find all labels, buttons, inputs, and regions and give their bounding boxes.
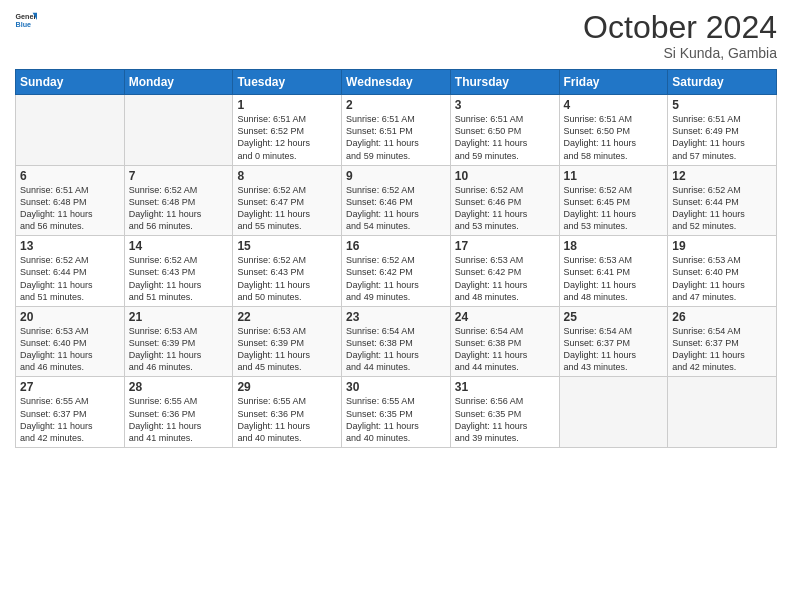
- day-info: Sunrise: 6:55 AM Sunset: 6:36 PM Dayligh…: [129, 395, 229, 444]
- calendar-cell: [559, 377, 668, 448]
- day-number: 10: [455, 169, 555, 183]
- day-info: Sunrise: 6:51 AM Sunset: 6:48 PM Dayligh…: [20, 184, 120, 233]
- day-info: Sunrise: 6:54 AM Sunset: 6:38 PM Dayligh…: [346, 325, 446, 374]
- calendar-cell: 1Sunrise: 6:51 AM Sunset: 6:52 PM Daylig…: [233, 95, 342, 166]
- day-info: Sunrise: 6:51 AM Sunset: 6:50 PM Dayligh…: [455, 113, 555, 162]
- day-number: 23: [346, 310, 446, 324]
- day-number: 6: [20, 169, 120, 183]
- calendar-cell: 12Sunrise: 6:52 AM Sunset: 6:44 PM Dayli…: [668, 165, 777, 236]
- day-number: 16: [346, 239, 446, 253]
- day-number: 11: [564, 169, 664, 183]
- days-header-row: SundayMondayTuesdayWednesdayThursdayFrid…: [16, 70, 777, 95]
- day-info: Sunrise: 6:52 AM Sunset: 6:46 PM Dayligh…: [346, 184, 446, 233]
- calendar-cell: [668, 377, 777, 448]
- day-number: 18: [564, 239, 664, 253]
- day-header-friday: Friday: [559, 70, 668, 95]
- day-number: 24: [455, 310, 555, 324]
- day-number: 14: [129, 239, 229, 253]
- calendar-cell: 28Sunrise: 6:55 AM Sunset: 6:36 PM Dayli…: [124, 377, 233, 448]
- day-info: Sunrise: 6:51 AM Sunset: 6:49 PM Dayligh…: [672, 113, 772, 162]
- calendar-cell: 2Sunrise: 6:51 AM Sunset: 6:51 PM Daylig…: [342, 95, 451, 166]
- calendar-cell: 20Sunrise: 6:53 AM Sunset: 6:40 PM Dayli…: [16, 306, 125, 377]
- day-number: 1: [237, 98, 337, 112]
- day-number: 13: [20, 239, 120, 253]
- day-number: 15: [237, 239, 337, 253]
- day-header-wednesday: Wednesday: [342, 70, 451, 95]
- day-header-saturday: Saturday: [668, 70, 777, 95]
- day-info: Sunrise: 6:52 AM Sunset: 6:47 PM Dayligh…: [237, 184, 337, 233]
- calendar-cell: 29Sunrise: 6:55 AM Sunset: 6:36 PM Dayli…: [233, 377, 342, 448]
- day-number: 20: [20, 310, 120, 324]
- day-info: Sunrise: 6:53 AM Sunset: 6:40 PM Dayligh…: [672, 254, 772, 303]
- day-info: Sunrise: 6:52 AM Sunset: 6:45 PM Dayligh…: [564, 184, 664, 233]
- day-number: 28: [129, 380, 229, 394]
- week-row-1: 1Sunrise: 6:51 AM Sunset: 6:52 PM Daylig…: [16, 95, 777, 166]
- header: General Blue October 2024 Si Kunda, Gamb…: [15, 10, 777, 61]
- logo-icon: General Blue: [15, 10, 37, 32]
- title-block: October 2024 Si Kunda, Gambia: [583, 10, 777, 61]
- calendar-cell: 5Sunrise: 6:51 AM Sunset: 6:49 PM Daylig…: [668, 95, 777, 166]
- calendar-cell: 11Sunrise: 6:52 AM Sunset: 6:45 PM Dayli…: [559, 165, 668, 236]
- day-info: Sunrise: 6:55 AM Sunset: 6:36 PM Dayligh…: [237, 395, 337, 444]
- calendar-cell: 30Sunrise: 6:55 AM Sunset: 6:35 PM Dayli…: [342, 377, 451, 448]
- day-number: 21: [129, 310, 229, 324]
- day-number: 5: [672, 98, 772, 112]
- day-number: 26: [672, 310, 772, 324]
- day-number: 22: [237, 310, 337, 324]
- day-number: 2: [346, 98, 446, 112]
- week-row-2: 6Sunrise: 6:51 AM Sunset: 6:48 PM Daylig…: [16, 165, 777, 236]
- day-info: Sunrise: 6:51 AM Sunset: 6:50 PM Dayligh…: [564, 113, 664, 162]
- day-info: Sunrise: 6:52 AM Sunset: 6:43 PM Dayligh…: [237, 254, 337, 303]
- day-number: 31: [455, 380, 555, 394]
- day-number: 17: [455, 239, 555, 253]
- calendar-cell: 23Sunrise: 6:54 AM Sunset: 6:38 PM Dayli…: [342, 306, 451, 377]
- calendar-cell: 16Sunrise: 6:52 AM Sunset: 6:42 PM Dayli…: [342, 236, 451, 307]
- calendar-cell: 3Sunrise: 6:51 AM Sunset: 6:50 PM Daylig…: [450, 95, 559, 166]
- calendar-cell: 18Sunrise: 6:53 AM Sunset: 6:41 PM Dayli…: [559, 236, 668, 307]
- day-info: Sunrise: 6:52 AM Sunset: 6:42 PM Dayligh…: [346, 254, 446, 303]
- day-info: Sunrise: 6:53 AM Sunset: 6:41 PM Dayligh…: [564, 254, 664, 303]
- day-header-thursday: Thursday: [450, 70, 559, 95]
- day-number: 30: [346, 380, 446, 394]
- calendar-cell: 13Sunrise: 6:52 AM Sunset: 6:44 PM Dayli…: [16, 236, 125, 307]
- svg-text:Blue: Blue: [16, 21, 32, 29]
- day-number: 9: [346, 169, 446, 183]
- calendar-cell: 19Sunrise: 6:53 AM Sunset: 6:40 PM Dayli…: [668, 236, 777, 307]
- day-info: Sunrise: 6:52 AM Sunset: 6:46 PM Dayligh…: [455, 184, 555, 233]
- day-info: Sunrise: 6:52 AM Sunset: 6:44 PM Dayligh…: [672, 184, 772, 233]
- day-number: 27: [20, 380, 120, 394]
- calendar-cell: 17Sunrise: 6:53 AM Sunset: 6:42 PM Dayli…: [450, 236, 559, 307]
- calendar-title: October 2024: [583, 10, 777, 45]
- calendar-cell: 15Sunrise: 6:52 AM Sunset: 6:43 PM Dayli…: [233, 236, 342, 307]
- day-info: Sunrise: 6:53 AM Sunset: 6:42 PM Dayligh…: [455, 254, 555, 303]
- day-info: Sunrise: 6:54 AM Sunset: 6:37 PM Dayligh…: [564, 325, 664, 374]
- day-number: 3: [455, 98, 555, 112]
- day-info: Sunrise: 6:52 AM Sunset: 6:44 PM Dayligh…: [20, 254, 120, 303]
- calendar-cell: 26Sunrise: 6:54 AM Sunset: 6:37 PM Dayli…: [668, 306, 777, 377]
- day-info: Sunrise: 6:55 AM Sunset: 6:37 PM Dayligh…: [20, 395, 120, 444]
- week-row-5: 27Sunrise: 6:55 AM Sunset: 6:37 PM Dayli…: [16, 377, 777, 448]
- day-number: 4: [564, 98, 664, 112]
- calendar-cell: 4Sunrise: 6:51 AM Sunset: 6:50 PM Daylig…: [559, 95, 668, 166]
- day-info: Sunrise: 6:54 AM Sunset: 6:38 PM Dayligh…: [455, 325, 555, 374]
- calendar-cell: 9Sunrise: 6:52 AM Sunset: 6:46 PM Daylig…: [342, 165, 451, 236]
- calendar-cell: 8Sunrise: 6:52 AM Sunset: 6:47 PM Daylig…: [233, 165, 342, 236]
- day-number: 29: [237, 380, 337, 394]
- day-header-tuesday: Tuesday: [233, 70, 342, 95]
- calendar-cell: 7Sunrise: 6:52 AM Sunset: 6:48 PM Daylig…: [124, 165, 233, 236]
- day-info: Sunrise: 6:55 AM Sunset: 6:35 PM Dayligh…: [346, 395, 446, 444]
- day-number: 25: [564, 310, 664, 324]
- calendar-cell: [16, 95, 125, 166]
- calendar-cell: 27Sunrise: 6:55 AM Sunset: 6:37 PM Dayli…: [16, 377, 125, 448]
- day-header-monday: Monday: [124, 70, 233, 95]
- calendar-cell: 21Sunrise: 6:53 AM Sunset: 6:39 PM Dayli…: [124, 306, 233, 377]
- calendar-cell: 25Sunrise: 6:54 AM Sunset: 6:37 PM Dayli…: [559, 306, 668, 377]
- day-number: 12: [672, 169, 772, 183]
- logo: General Blue: [15, 10, 37, 32]
- day-info: Sunrise: 6:53 AM Sunset: 6:39 PM Dayligh…: [237, 325, 337, 374]
- calendar-cell: 31Sunrise: 6:56 AM Sunset: 6:35 PM Dayli…: [450, 377, 559, 448]
- calendar-page: General Blue October 2024 Si Kunda, Gamb…: [0, 0, 792, 612]
- day-header-sunday: Sunday: [16, 70, 125, 95]
- day-number: 19: [672, 239, 772, 253]
- day-info: Sunrise: 6:56 AM Sunset: 6:35 PM Dayligh…: [455, 395, 555, 444]
